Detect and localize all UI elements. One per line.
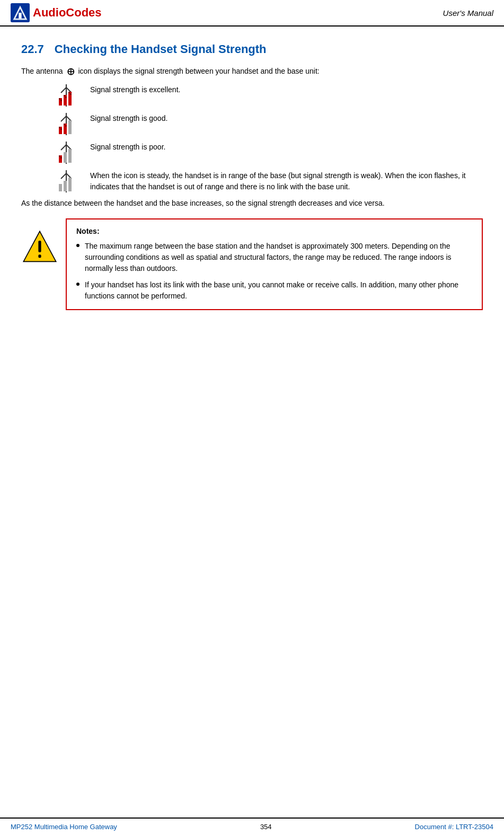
svg-rect-32 [59,155,60,157]
header-title: User's Manual [443,8,493,17]
body-paragraph: As the distance between the handset and … [21,198,483,209]
svg-rect-25 [65,125,67,127]
svg-rect-22 [59,127,60,128]
svg-line-5 [61,87,66,93]
svg-rect-31 [68,149,72,163]
logo-text: AudioCodes [33,6,102,20]
intro-paragraph: The antenna ⨁ icon displays the signal s… [21,66,483,77]
svg-rect-33 [60,157,62,159]
signal-icon-weak [53,169,79,192]
audiocodes-logo-icon [11,3,30,22]
signal-row-weak: When the icon is steady, the handset is … [53,169,483,192]
svg-rect-30 [64,152,67,163]
logo: AudioCodes [11,3,102,22]
notes-item-2: If your handset has lost its link with t… [76,279,472,302]
notes-container: Notes: The maximum range between the bas… [21,218,483,310]
footer-page-number: 354 [260,823,272,831]
svg-rect-21 [68,120,72,134]
svg-rect-42 [38,254,41,258]
signal-icon-poor [53,140,79,164]
intro-text: icon displays the signal strength betwee… [78,67,319,75]
section-title: Checking the Handset Signal Strength [55,42,267,56]
main-content: 22.7 Checking the Handset Signal Strengt… [0,27,504,351]
footer-right: Document #: LTRT-23504 [415,823,493,831]
signal-desc-poor: Signal strength is poor. [90,140,165,153]
svg-line-35 [61,173,66,179]
notes-label: Notes: [76,227,472,235]
svg-rect-10 [59,98,60,100]
bullet-1 [76,244,79,247]
notes-item-1: The maximum range between the base stati… [76,241,472,274]
signal-desc-weak: When the icon is steady, the handset is … [90,169,483,192]
svg-rect-11 [60,100,62,101]
notes-text-2: If your handset has lost its link with t… [85,279,472,302]
svg-rect-23 [60,128,62,130]
signal-row-good: Signal strength is good. [53,112,483,135]
notes-box: Notes: The maximum range between the bas… [66,218,483,310]
bullet-2 [76,283,79,286]
antenna-symbol: ⨁ [67,67,74,75]
svg-rect-13 [65,96,67,98]
signal-table: Signal strength is excellent. [53,83,483,192]
warning-icon-cell [21,218,66,271]
svg-rect-3 [19,13,21,19]
svg-line-17 [61,116,66,121]
svg-line-27 [61,145,66,150]
notes-text-1: The maximum range between the base stati… [85,241,472,274]
svg-rect-12 [64,95,65,96]
svg-rect-24 [64,124,65,125]
svg-rect-15 [70,93,72,95]
svg-rect-41 [38,241,41,252]
footer-left: MP252 Multimedia Home Gateway [11,823,117,831]
signal-desc-excellent: Signal strength is excellent. [90,83,180,95]
section-number: 22.7 [21,42,44,56]
svg-rect-39 [68,178,72,191]
signal-row-poor: Signal strength is poor. [53,140,483,164]
section-heading: 22.7 Checking the Handset Signal Strengt… [21,42,483,56]
notes-list: The maximum range between the base stati… [76,241,472,302]
signal-icon-excellent [53,83,79,107]
warning-icon [21,229,58,266]
signal-desc-good: Signal strength is good. [90,112,167,124]
page-header: AudioCodes User's Manual [0,0,504,27]
svg-rect-14 [68,92,70,93]
signal-icon-good [53,112,79,135]
signal-row-excellent: Signal strength is excellent. [53,83,483,107]
page-footer: MP252 Multimedia Home Gateway 354 Docume… [0,818,504,835]
intro-prefix: The antenna [21,67,63,75]
svg-rect-37 [59,184,62,191]
svg-rect-38 [64,181,67,191]
